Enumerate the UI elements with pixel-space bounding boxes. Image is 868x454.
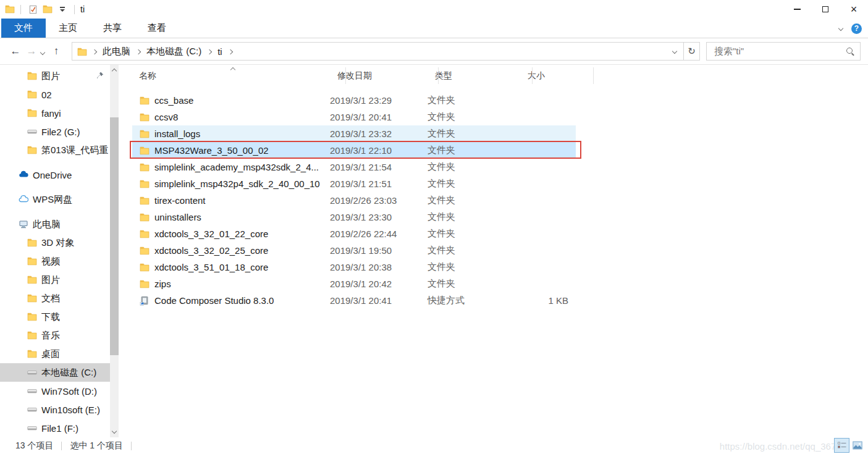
file-type: 文件夹 [424, 278, 516, 290]
column-headers: 名称 修改日期 类型 大小 [132, 65, 868, 86]
folder-icon [140, 279, 150, 289]
sidebar-item[interactable]: 此电脑 [0, 215, 110, 233]
column-header-date[interactable]: 修改日期 [334, 65, 431, 86]
item-count: 13 个项目 [15, 440, 53, 452]
tab-view[interactable]: 查看 [135, 19, 179, 38]
up-button[interactable]: ↑ [48, 45, 64, 57]
minimize-button[interactable] [783, 0, 811, 19]
help-button[interactable]: ? [851, 23, 862, 34]
sidebar-item[interactable]: WPS网盘 [0, 190, 110, 209]
window-title: ti [80, 4, 85, 14]
sidebar-item[interactable]: 音乐 [0, 326, 110, 345]
folder-icon [140, 212, 150, 222]
folder-icon [27, 256, 37, 266]
file-name: ccsv8 [154, 112, 178, 122]
navigation-bar: ← → ↑ 此电脑 本地磁盘 (C:) ti ↻ 搜索"ti" [0, 38, 868, 65]
drive-icon [27, 127, 37, 137]
address-dropdown-chevron-icon[interactable] [668, 49, 681, 53]
sidebar-item[interactable]: File2 (G:) [0, 122, 110, 141]
folder-icon [140, 229, 150, 239]
sidebar-item[interactable]: 02 [0, 85, 110, 104]
back-button[interactable]: ← [7, 45, 23, 57]
file-row[interactable]: tirex-content 2019/2/26 23:03 文件夹 [132, 192, 576, 209]
file-row[interactable]: zips 2019/3/1 20:42 文件夹 [132, 275, 576, 292]
file-name: tirex-content [154, 195, 206, 206]
close-button[interactable]: × [840, 0, 868, 19]
forward-button[interactable]: → [23, 45, 40, 57]
column-divider[interactable] [593, 67, 594, 84]
thumbnails-view-button[interactable] [849, 438, 865, 453]
file-row[interactable]: Code Composer Studio 8.3.0 2019/3/1 20:4… [132, 292, 576, 309]
breadcrumb-chevron-icon [207, 49, 212, 54]
sidebar-item[interactable]: 文档 [0, 289, 110, 308]
sidebar-item[interactable]: OneDrive [0, 166, 110, 184]
qat-properties-button[interactable] [25, 2, 40, 16]
folder-icon [140, 112, 150, 122]
column-header-type[interactable]: 类型 [431, 65, 524, 86]
column-divider[interactable] [345, 67, 346, 84]
file-date: 2019/3/1 20:42 [326, 279, 424, 289]
sidebar-item[interactable]: 视频 [0, 252, 110, 271]
file-type: 文件夹 [424, 161, 516, 173]
qat-customize-chevron-icon[interactable] [55, 2, 70, 16]
file-row[interactable]: ccsv8 2019/3/1 20:41 文件夹 [132, 109, 576, 125]
ribbon-tab-bar: 文件 主页 共享 查看 ? [0, 19, 868, 38]
sidebar-item[interactable]: File1 (F:) [0, 419, 110, 437]
tab-file[interactable]: 文件 [1, 19, 46, 38]
file-row[interactable]: xdctools_3_51_01_18_core 2019/3/1 20:38 … [132, 259, 576, 275]
search-icon[interactable] [846, 47, 855, 56]
annotation-red-box [130, 141, 581, 159]
tab-share[interactable]: 共享 [90, 19, 135, 38]
file-date: 2019/3/1 19:50 [326, 245, 424, 256]
file-row[interactable]: install_logs 2019/3/1 23:32 文件夹 [132, 125, 576, 142]
breadcrumb-ti[interactable]: ti [213, 46, 227, 57]
folder-icon [27, 330, 37, 340]
file-row[interactable]: simplelink_msp432p4_sdk_2_40_00_10 2019/… [132, 175, 576, 192]
sidebar-item[interactable]: 图片 [0, 271, 110, 289]
file-rows: ccs_base 2019/3/1 23:29 文件夹 ccsv8 2019/3… [132, 92, 868, 309]
scroll-down-icon[interactable] [112, 429, 117, 434]
recent-locations-chevron-icon[interactable] [40, 49, 45, 54]
sidebar-item[interactable]: 第013课_代码重 [0, 141, 110, 159]
search-box[interactable]: 搜索"ti" [706, 42, 861, 61]
file-row[interactable]: ccs_base 2019/3/1 23:29 文件夹 [132, 92, 576, 109]
sidebar-item[interactable]: Win7Soft (D:) [0, 382, 110, 400]
file-type: 文件夹 [424, 178, 516, 190]
sidebar-item[interactable]: 3D 对象 [0, 233, 110, 252]
sidebar-item[interactable]: 下载 [0, 308, 110, 326]
computer-icon [19, 219, 28, 229]
titlebar-divider [74, 5, 75, 14]
sidebar-item[interactable]: fanyi [0, 104, 110, 122]
scrollbar-thumb[interactable] [110, 117, 119, 355]
file-type: 文件夹 [424, 195, 516, 206]
sidebar-item[interactable]: 图片 [0, 67, 110, 85]
file-row[interactable]: xdctools_3_32_01_22_core 2019/2/26 22:44… [132, 225, 576, 242]
address-bar[interactable]: 此电脑 本地磁盘 (C:) ti [72, 42, 684, 61]
file-row[interactable]: xdctools_3_32_02_25_core 2019/3/1 19:50 … [132, 242, 576, 259]
file-type: 文件夹 [424, 261, 516, 273]
file-size: 1 KB [516, 295, 568, 306]
drive-icon [27, 423, 37, 433]
sidebar-item[interactable]: Win10soft (E:) [0, 400, 110, 419]
breadcrumb-this-pc[interactable]: 此电脑 [98, 46, 135, 57]
breadcrumb-c-drive[interactable]: 本地磁盘 (C:) [141, 46, 206, 57]
file-name: simplelink_academy_msp432sdk_2_4... [154, 162, 319, 172]
file-row[interactable]: simplelink_academy_msp432sdk_2_4... 2019… [132, 159, 576, 175]
maximize-button[interactable] [811, 0, 840, 19]
close-icon: × [851, 4, 857, 15]
column-header-name[interactable]: 名称 [132, 65, 334, 86]
column-divider[interactable] [532, 67, 533, 84]
file-row[interactable]: uninstallers 2019/3/1 23:30 文件夹 [132, 209, 576, 225]
qat-new-folder-button[interactable] [40, 2, 55, 16]
sidebar-scrollbar[interactable] [110, 65, 119, 437]
sidebar-item[interactable]: 桌面 [0, 345, 110, 363]
folder-icon [140, 162, 150, 172]
details-view-button[interactable] [834, 438, 849, 453]
tab-home[interactable]: 主页 [46, 19, 90, 38]
scroll-up-icon[interactable] [112, 69, 117, 74]
column-divider[interactable] [438, 67, 439, 84]
file-date: 2019/2/26 22:44 [326, 229, 424, 239]
refresh-button[interactable]: ↻ [684, 42, 700, 61]
sidebar-item[interactable]: 本地磁盘 (C:) [0, 363, 110, 382]
expand-ribbon-chevron-icon[interactable] [838, 26, 843, 31]
